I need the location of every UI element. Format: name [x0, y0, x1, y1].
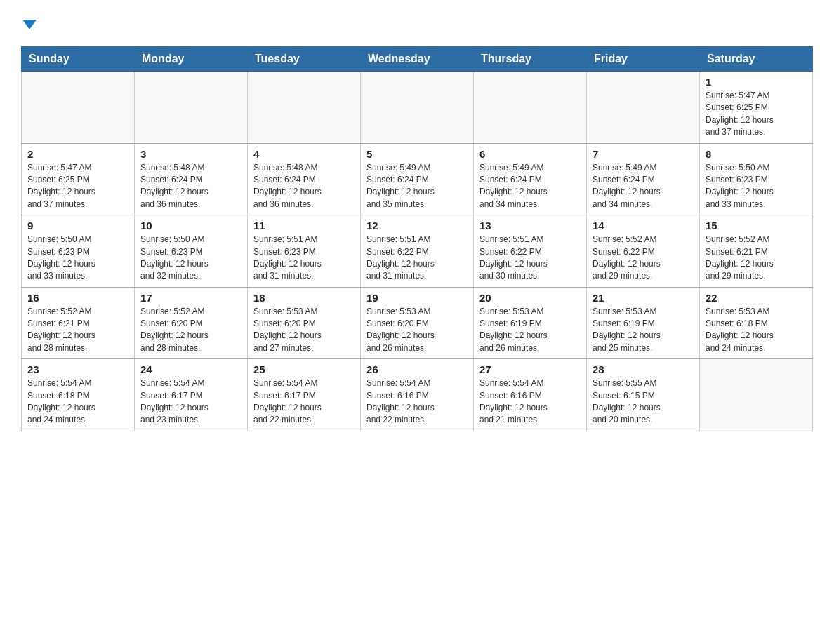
calendar-cell: 22Sunrise: 5:53 AM Sunset: 6:18 PM Dayli… [700, 287, 813, 359]
day-number: 4 [253, 148, 355, 160]
day-number: 21 [593, 292, 694, 304]
day-info: Sunrise: 5:53 AM Sunset: 6:20 PM Dayligh… [366, 306, 468, 355]
calendar-cell: 5Sunrise: 5:49 AM Sunset: 6:24 PM Daylig… [361, 143, 474, 215]
day-number: 22 [706, 292, 807, 304]
weekday-header-row: SundayMondayTuesdayWednesdayThursdayFrid… [22, 47, 813, 72]
day-number: 8 [706, 148, 807, 160]
day-number: 12 [366, 220, 468, 232]
day-number: 23 [27, 363, 128, 375]
day-info: Sunrise: 5:54 AM Sunset: 6:16 PM Dayligh… [479, 377, 581, 427]
calendar-cell: 7Sunrise: 5:49 AM Sunset: 6:24 PM Daylig… [587, 143, 700, 215]
day-info: Sunrise: 5:53 AM Sunset: 6:19 PM Dayligh… [479, 306, 581, 355]
day-number: 2 [27, 148, 128, 160]
calendar-week-4: 16Sunrise: 5:52 AM Sunset: 6:21 PM Dayli… [22, 287, 813, 359]
calendar-table: SundayMondayTuesdayWednesdayThursdayFrid… [21, 46, 813, 431]
day-info: Sunrise: 5:54 AM Sunset: 6:16 PM Dayligh… [366, 377, 468, 427]
calendar-week-1: 1Sunrise: 5:47 AM Sunset: 6:25 PM Daylig… [22, 72, 813, 144]
day-number: 11 [253, 220, 355, 232]
calendar-cell: 25Sunrise: 5:54 AM Sunset: 6:17 PM Dayli… [248, 359, 361, 431]
weekday-header-thursday: Thursday [474, 47, 587, 72]
day-number: 20 [479, 292, 581, 304]
day-info: Sunrise: 5:55 AM Sunset: 6:15 PM Dayligh… [593, 377, 694, 427]
calendar-cell: 4Sunrise: 5:48 AM Sunset: 6:24 PM Daylig… [248, 143, 361, 215]
day-number: 28 [593, 363, 694, 375]
calendar-cell [700, 359, 813, 431]
calendar-cell: 11Sunrise: 5:51 AM Sunset: 6:23 PM Dayli… [248, 215, 361, 288]
day-info: Sunrise: 5:51 AM Sunset: 6:23 PM Dayligh… [253, 234, 355, 283]
day-info: Sunrise: 5:47 AM Sunset: 6:25 PM Dayligh… [706, 90, 807, 139]
day-number: 15 [706, 220, 807, 232]
calendar-week-2: 2Sunrise: 5:47 AM Sunset: 6:25 PM Daylig… [22, 143, 813, 215]
day-number: 3 [140, 148, 241, 160]
calendar-cell: 28Sunrise: 5:55 AM Sunset: 6:15 PM Dayli… [587, 359, 700, 431]
day-info: Sunrise: 5:50 AM Sunset: 6:23 PM Dayligh… [140, 234, 241, 283]
calendar-cell: 17Sunrise: 5:52 AM Sunset: 6:20 PM Dayli… [135, 287, 248, 359]
day-info: Sunrise: 5:52 AM Sunset: 6:22 PM Dayligh… [593, 234, 694, 283]
day-info: Sunrise: 5:48 AM Sunset: 6:24 PM Dayligh… [140, 162, 241, 211]
logo-triangle-icon [22, 20, 37, 29]
day-info: Sunrise: 5:49 AM Sunset: 6:24 PM Dayligh… [593, 162, 694, 211]
day-info: Sunrise: 5:51 AM Sunset: 6:22 PM Dayligh… [479, 234, 581, 283]
day-info: Sunrise: 5:53 AM Sunset: 6:19 PM Dayligh… [593, 306, 694, 355]
calendar-week-5: 23Sunrise: 5:54 AM Sunset: 6:18 PM Dayli… [22, 359, 813, 431]
day-info: Sunrise: 5:54 AM Sunset: 6:17 PM Dayligh… [140, 377, 241, 427]
calendar-cell: 14Sunrise: 5:52 AM Sunset: 6:22 PM Dayli… [587, 215, 700, 288]
logo [21, 14, 37, 32]
day-number: 25 [253, 363, 355, 375]
calendar-cell [135, 72, 248, 144]
day-info: Sunrise: 5:48 AM Sunset: 6:24 PM Dayligh… [253, 162, 355, 211]
day-number: 7 [593, 148, 694, 160]
calendar-cell: 2Sunrise: 5:47 AM Sunset: 6:25 PM Daylig… [22, 143, 135, 215]
calendar-cell [361, 72, 474, 144]
day-number: 17 [140, 292, 241, 304]
day-info: Sunrise: 5:50 AM Sunset: 6:23 PM Dayligh… [27, 234, 128, 283]
calendar-cell: 24Sunrise: 5:54 AM Sunset: 6:17 PM Dayli… [135, 359, 248, 431]
calendar-cell: 15Sunrise: 5:52 AM Sunset: 6:21 PM Dayli… [700, 215, 813, 288]
calendar-week-3: 9Sunrise: 5:50 AM Sunset: 6:23 PM Daylig… [22, 215, 813, 288]
calendar-cell: 20Sunrise: 5:53 AM Sunset: 6:19 PM Dayli… [474, 287, 587, 359]
calendar-cell [248, 72, 361, 144]
calendar-cell: 26Sunrise: 5:54 AM Sunset: 6:16 PM Dayli… [361, 359, 474, 431]
day-number: 19 [366, 292, 468, 304]
day-info: Sunrise: 5:47 AM Sunset: 6:25 PM Dayligh… [27, 162, 128, 211]
calendar-cell [22, 72, 135, 144]
calendar-cell: 16Sunrise: 5:52 AM Sunset: 6:21 PM Dayli… [22, 287, 135, 359]
day-number: 26 [366, 363, 468, 375]
day-number: 10 [140, 220, 241, 232]
day-info: Sunrise: 5:51 AM Sunset: 6:22 PM Dayligh… [366, 234, 468, 283]
weekday-header-monday: Monday [135, 47, 248, 72]
calendar-cell [474, 72, 587, 144]
calendar-cell: 19Sunrise: 5:53 AM Sunset: 6:20 PM Dayli… [361, 287, 474, 359]
day-number: 18 [253, 292, 355, 304]
calendar-cell: 1Sunrise: 5:47 AM Sunset: 6:25 PM Daylig… [700, 72, 813, 144]
day-info: Sunrise: 5:52 AM Sunset: 6:21 PM Dayligh… [27, 306, 128, 355]
day-number: 14 [593, 220, 694, 232]
day-number: 24 [140, 363, 241, 375]
day-info: Sunrise: 5:52 AM Sunset: 6:20 PM Dayligh… [140, 306, 241, 355]
calendar-cell: 9Sunrise: 5:50 AM Sunset: 6:23 PM Daylig… [22, 215, 135, 288]
day-number: 16 [27, 292, 128, 304]
day-info: Sunrise: 5:54 AM Sunset: 6:17 PM Dayligh… [253, 377, 355, 427]
page-header [21, 14, 813, 32]
day-info: Sunrise: 5:54 AM Sunset: 6:18 PM Dayligh… [27, 377, 128, 427]
calendar-cell: 8Sunrise: 5:50 AM Sunset: 6:23 PM Daylig… [700, 143, 813, 215]
day-info: Sunrise: 5:53 AM Sunset: 6:20 PM Dayligh… [253, 306, 355, 355]
weekday-header-wednesday: Wednesday [361, 47, 474, 72]
day-info: Sunrise: 5:52 AM Sunset: 6:21 PM Dayligh… [706, 234, 807, 283]
weekday-header-sunday: Sunday [22, 47, 135, 72]
day-info: Sunrise: 5:50 AM Sunset: 6:23 PM Dayligh… [706, 162, 807, 211]
day-info: Sunrise: 5:53 AM Sunset: 6:18 PM Dayligh… [706, 306, 807, 355]
calendar-cell: 6Sunrise: 5:49 AM Sunset: 6:24 PM Daylig… [474, 143, 587, 215]
weekday-header-tuesday: Tuesday [248, 47, 361, 72]
calendar-cell: 3Sunrise: 5:48 AM Sunset: 6:24 PM Daylig… [135, 143, 248, 215]
day-number: 13 [479, 220, 581, 232]
day-number: 9 [27, 220, 128, 232]
calendar-cell: 10Sunrise: 5:50 AM Sunset: 6:23 PM Dayli… [135, 215, 248, 288]
day-number: 27 [479, 363, 581, 375]
day-number: 6 [479, 148, 581, 160]
calendar-cell: 13Sunrise: 5:51 AM Sunset: 6:22 PM Dayli… [474, 215, 587, 288]
weekday-header-friday: Friday [587, 47, 700, 72]
calendar-cell: 27Sunrise: 5:54 AM Sunset: 6:16 PM Dayli… [474, 359, 587, 431]
day-info: Sunrise: 5:49 AM Sunset: 6:24 PM Dayligh… [479, 162, 581, 211]
day-number: 5 [366, 148, 468, 160]
